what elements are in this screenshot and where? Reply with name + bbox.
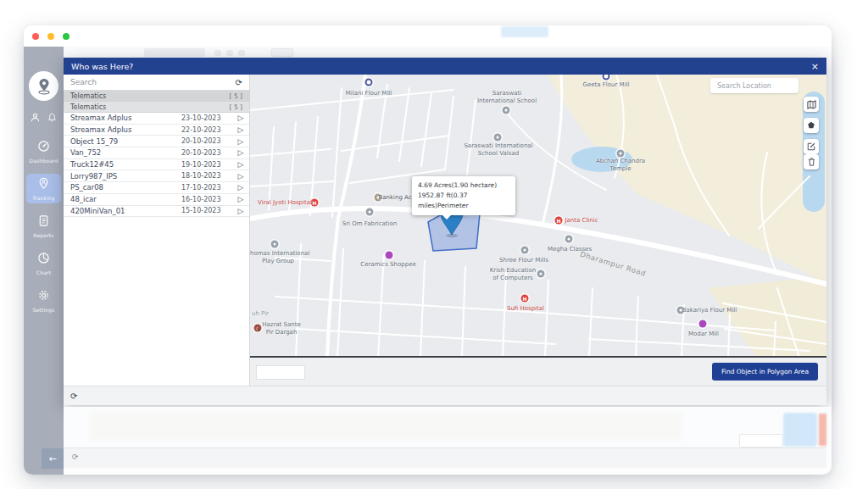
vehicle-name: 420MiniVan_01 [70,207,181,215]
sidebar-item-label: Chart [36,270,52,275]
group-count: [ 5 ] [230,103,242,111]
blurred-toolbar-icon [226,50,233,56]
blurred-blue-box [783,413,817,447]
background-toolbar [64,47,832,58]
play-icon[interactable]: ▷ [232,160,249,169]
trash-icon [808,158,815,166]
vehicle-name: Van_752 [70,148,181,157]
vehicle-name: 48_icar [70,195,181,203]
panel-refresh-icon[interactable]: ⟳ [70,392,77,401]
play-icon[interactable]: ▷ [232,125,249,134]
group-row[interactable]: Telematics[ 5 ] [64,102,249,113]
settings-icon [37,289,50,305]
blurred-toolbar-icon [214,50,221,56]
vehicle-row[interactable]: 420MiniVan_0115-10-2023▷ [64,206,249,218]
search-row: ⟳ [64,75,249,91]
delete-polygon-button[interactable] [804,154,819,169]
map-layers-button[interactable] [804,97,819,112]
edit-polygon-button[interactable] [804,139,819,154]
panel-close-icon[interactable]: × [811,62,819,71]
vehicle-date: 23-10-2023 [181,114,232,122]
vehicle-date: 17-10-2023 [181,184,232,192]
map-canvas[interactable] [250,75,826,358]
sidebar-menu: DashboardTrackingReportsChartSettings [26,136,61,315]
close-window-button[interactable] [32,33,39,40]
map-footer-input[interactable] [256,365,305,380]
dashboard-icon [37,140,50,156]
map-search-input[interactable] [710,78,798,93]
back-button[interactable]: ← [42,448,64,469]
map-pond [571,147,632,172]
vehicle-row[interactable]: Object 15_7920-10-2023▷ [64,136,249,147]
panel-title: Who was Here? [71,62,133,71]
vehicle-row[interactable]: Truck12#4519-10-2023▷ [64,159,249,171]
sidebar-item-reports[interactable]: Reports [26,211,61,241]
vehicle-name: PS_car08 [70,183,181,192]
group-name: Telematics [70,103,106,111]
edit-icon [807,142,815,151]
find-object-button[interactable]: Find Object in Polygon Area [712,363,818,381]
play-icon[interactable]: ▷ [232,207,249,215]
panel-header: Who was Here? × [64,58,826,75]
page: DashboardTrackingReportsChartSettings Wh… [0,0,868,489]
sidebar-item-tracking[interactable]: Tracking [26,174,61,203]
background-blur-area [64,407,832,447]
map-controls [804,75,821,356]
play-icon[interactable]: ▷ [232,183,249,192]
blurred-toolbar-box [271,48,293,57]
vehicle-date: 16-10-2023 [181,196,232,203]
app-window: DashboardTrackingReportsChartSettings Wh… [24,25,832,475]
vehicle-date: 20-10-2023 [181,149,232,157]
vehicle-date: 15-10-2023 [181,207,232,214]
panel-footer: ⟳ [64,386,826,405]
minimize-window-button[interactable] [47,33,54,40]
vehicle-list-panel: ⟳ Telematics[ 5 ]Telematics[ 5 ] Streama… [64,75,250,386]
vehicle-rows: Streamax Adplus23-10-2023▷Streamax Adplu… [64,113,249,217]
vehicle-row[interactable]: PS_car0817-10-2023▷ [64,182,249,194]
tooltip-perimeter-line: 1952.87 ft(0.37 miles)Perimeter [418,191,509,211]
vehicle-date: 20-10-2023 [181,137,232,145]
play-icon[interactable]: ▷ [232,172,249,181]
play-icon[interactable]: ▷ [232,137,249,146]
vehicle-row[interactable]: Van_75220-10-2023▷ [64,147,249,159]
group-rows: Telematics[ 5 ]Telematics[ 5 ] [64,91,249,113]
user-icon[interactable] [31,113,40,122]
vehicle-row[interactable]: Streamax Adplus22-10-2023▷ [64,125,249,136]
maximize-window-button[interactable] [63,33,70,40]
vehicle-row[interactable]: Lorry987_IPS18-10-2023▷ [64,170,249,182]
group-name: Telematics [70,92,106,100]
play-icon[interactable]: ▷ [232,148,249,157]
bottom-refresh-icon[interactable]: ⟳ [72,453,79,461]
vehicle-row[interactable]: Streamax Adplus23-10-2023▷ [64,113,249,125]
chart-icon [37,252,50,268]
list-refresh-icon[interactable]: ⟳ [236,78,242,87]
bell-icon[interactable] [47,113,57,122]
location-pin-logo-icon [35,77,53,96]
play-icon[interactable]: ▷ [232,114,249,122]
vehicle-name: Lorry987_IPS [70,172,181,181]
who-was-here-panel: Who was Here? × ⟳ Telematics[ 5 ]Telemat… [64,58,826,405]
reports-icon [37,214,50,231]
vehicle-name: Truck12#45 [70,160,181,169]
search-input[interactable] [70,78,236,86]
map[interactable]: Milani Flour MillSaraswati International… [250,75,826,358]
group-row[interactable]: Telematics[ 5 ] [64,91,249,102]
play-icon[interactable]: ▷ [232,195,249,203]
window-titlebar [24,25,832,47]
area-tooltip: 4.69 Acres(1.90 hectare) 1952.87 ft(0.37… [412,176,515,215]
vehicle-name: Streamax Adplus [70,114,181,122]
blurred-toolbar-icon [238,50,245,56]
sidebar-item-label: Dashboard [29,158,58,164]
blurred-content [89,412,682,441]
sidebar: DashboardTrackingReportsChartSettings [24,47,64,475]
sidebar-quick-icons [24,113,64,122]
draw-polygon-button[interactable] [804,118,819,133]
vehicle-name: Object 15_79 [70,137,181,146]
sidebar-item-dashboard[interactable]: Dashboard [26,136,61,166]
sidebar-item-settings[interactable]: Settings [26,286,61,315]
blurred-toolbar-box [144,48,205,57]
vehicle-date: 22-10-2023 [181,126,232,134]
vehicle-row[interactable]: 48_icar16-10-2023▷ [64,194,249,206]
sidebar-item-label: Settings [32,307,54,313]
sidebar-item-chart[interactable]: Chart [26,248,61,278]
